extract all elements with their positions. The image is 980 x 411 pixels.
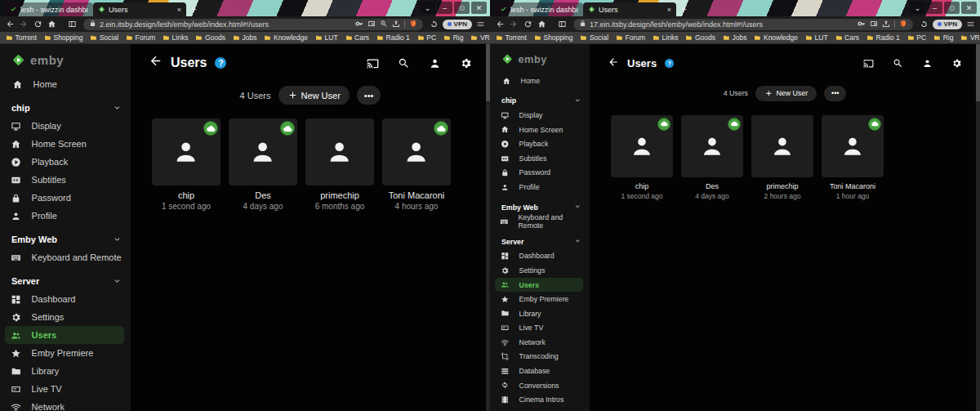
bookmark-folder-forum[interactable]: Forum	[126, 34, 155, 42]
bookmark-folder-torrent[interactable]: Torrent	[6, 34, 37, 42]
more-options-button[interactable]: •••	[824, 86, 846, 101]
back-button[interactable]	[4, 19, 16, 30]
bookmark-folder-rig[interactable]: Rig	[443, 34, 463, 42]
new-tab-button[interactable]: +	[186, 2, 201, 16]
sync-button[interactable]	[919, 19, 930, 30]
bookmark-folder-knowledge[interactable]: Knowledge	[754, 34, 798, 42]
person-button[interactable]	[429, 57, 441, 69]
minimize-button[interactable]: –	[437, 2, 452, 14]
search-button[interactable]	[398, 57, 410, 69]
urlbar-shield-button[interactable]	[899, 20, 907, 29]
sidebar-item-profile[interactable]: Profile	[495, 180, 583, 194]
sidebar-item-home[interactable]: Home	[7, 75, 124, 93]
sidebar-item-network[interactable]: Network	[5, 398, 124, 411]
sidebar-item-cinema-intros[interactable]: Cinema Intros	[495, 392, 583, 407]
close-button[interactable]: ✕	[471, 2, 487, 14]
sidebar-item-emby-premiere[interactable]: Emby Premiere	[5, 344, 124, 362]
menu-button[interactable]	[474, 19, 486, 30]
bookmark-folder-goods[interactable]: Goods	[195, 34, 225, 42]
bookmark-folder-lut[interactable]: LUT	[315, 34, 338, 42]
sidebar-item-subtitles[interactable]: Subtitles	[5, 171, 124, 189]
bookmark-folder-links[interactable]: Links	[653, 34, 678, 42]
bookmark-folder-jobs[interactable]: Jobs	[723, 34, 746, 42]
bookmark-folder-links[interactable]: Links	[163, 34, 188, 42]
user-card-chip[interactable]: chip1 second ago	[611, 115, 673, 200]
urlbar-shield-button[interactable]	[409, 20, 417, 29]
new-tab-button[interactable]: +	[676, 2, 691, 16]
sidebar-item-home-screen[interactable]: Home Screen	[495, 123, 583, 137]
sidebar-section-chip[interactable]: chip	[0, 99, 131, 117]
tab-users[interactable]: Users×	[93, 2, 186, 16]
bookmark-folder-vr[interactable]: VR	[960, 34, 979, 42]
user-card-des[interactable]: Des4 days ago	[229, 118, 297, 211]
vpn-badge[interactable]: VPN	[933, 20, 962, 29]
scrollbar-thumb[interactable]	[976, 44, 980, 101]
sidebar-section-server[interactable]: Server	[0, 272, 131, 290]
maximize-button[interactable]	[944, 2, 960, 14]
urlbar-key-button[interactable]	[858, 20, 866, 29]
tab-overview-button[interactable]: ⌄	[910, 2, 925, 14]
person-button[interactable]	[922, 58, 933, 69]
address-bar[interactable]: 2.ein.itsby.design/lesh/emby/web/index.h…	[83, 19, 423, 30]
help-button[interactable]: ?	[215, 57, 226, 69]
sidebar-item-conversions[interactable]: Conversions	[495, 378, 583, 393]
bookmark-folder-goods[interactable]: Goods	[685, 34, 715, 42]
close-tab-icon[interactable]: ×	[177, 6, 181, 14]
cast-button[interactable]	[863, 58, 874, 69]
user-card-primechip[interactable]: primechip6 months ago	[305, 118, 374, 211]
tab-overview-button[interactable]: ⌄	[420, 2, 435, 14]
bookmark-folder-torrent[interactable]: Torrent	[496, 34, 527, 42]
close-button[interactable]: ✕	[961, 2, 977, 14]
page-back-button[interactable]	[608, 56, 619, 70]
bookmark-folder-radio-1[interactable]: Radio 1	[866, 34, 900, 42]
bookmark-folder-lut[interactable]: LUT	[805, 34, 828, 42]
bookmark-folder-social[interactable]: Social	[580, 34, 608, 42]
home-button[interactable]	[46, 19, 57, 30]
scrollbar[interactable]	[976, 44, 980, 411]
sidebar-item-emby-premiere[interactable]: Emby Premiere	[495, 292, 583, 306]
minimize-button[interactable]: –	[927, 2, 942, 14]
sidebar-item-settings[interactable]: Settings	[5, 308, 124, 326]
bookmark-folder-cars[interactable]: Cars	[835, 34, 859, 42]
user-card-primechip[interactable]: primechip2 hours ago	[751, 115, 813, 200]
user-card-toni-macaroni[interactable]: Toni Macaroni1 hour ago	[822, 115, 884, 200]
address-bar[interactable]: 17.ein.itsby.design/lesh/emby/web/index.…	[573, 19, 913, 30]
sidebar-item-library[interactable]: Library	[495, 306, 583, 321]
sidebar-item-users[interactable]: Users	[5, 326, 124, 344]
home-button[interactable]	[536, 19, 547, 30]
tab-lesh-swizzin-dashboard[interactable]: lesh - swizzin dashboard	[5, 2, 93, 16]
cast-button[interactable]	[367, 57, 379, 69]
sidebar-item-home-screen[interactable]: Home Screen	[5, 135, 124, 153]
gear-button[interactable]	[460, 57, 472, 69]
forward-button[interactable]	[508, 19, 519, 30]
sidebar-item-live-tv[interactable]: Live TV	[5, 380, 124, 398]
sidebar-section-server[interactable]: Server	[490, 235, 590, 249]
bookmark-folder-radio-1[interactable]: Radio 1	[376, 34, 410, 42]
sidebar-item-playback[interactable]: Playback	[495, 136, 583, 151]
bookmark-folder-cars[interactable]: Cars	[345, 34, 369, 42]
urlbar-share-button[interactable]	[392, 20, 400, 29]
sidebar-item-database[interactable]: Database	[495, 364, 583, 378]
sidebar-item-settings[interactable]: Settings	[495, 263, 583, 278]
sidebar-item-live-tv[interactable]: Live TV	[495, 321, 583, 336]
bookmark-folder-shopping[interactable]: Shopping	[44, 34, 82, 42]
sidebar-toggle-button[interactable]	[556, 19, 568, 30]
maximize-button[interactable]	[454, 2, 470, 14]
sidebar-item-dashboard[interactable]: Dashboard	[5, 290, 124, 308]
search-button[interactable]	[893, 58, 903, 69]
bookmark-folder-forum[interactable]: Forum	[616, 34, 645, 42]
sidebar-item-home[interactable]: Home	[497, 74, 583, 88]
tab-lesh-swizzin-dashboard[interactable]: lesh - swizzin dashboard	[495, 2, 583, 16]
tab-users[interactable]: Users×	[583, 2, 676, 16]
user-card-toni-macaroni[interactable]: Toni Macaroni4 hours ago	[382, 118, 451, 211]
sidebar-item-keyboard-and-remote[interactable]: Keyboard and Remote	[5, 248, 124, 266]
sidebar-section-emby-web[interactable]: Emby Web	[490, 200, 590, 215]
page-back-button[interactable]	[149, 54, 163, 72]
sidebar-item-password[interactable]: Password	[495, 166, 583, 181]
reload-button[interactable]	[32, 19, 43, 30]
vpn-badge[interactable]: VPN	[443, 20, 472, 29]
bookmark-folder-rig[interactable]: Rig	[933, 34, 953, 42]
user-card-des[interactable]: Des4 days ago	[681, 115, 743, 200]
user-card-chip[interactable]: chip1 second ago	[152, 118, 220, 211]
back-button[interactable]	[494, 19, 506, 30]
